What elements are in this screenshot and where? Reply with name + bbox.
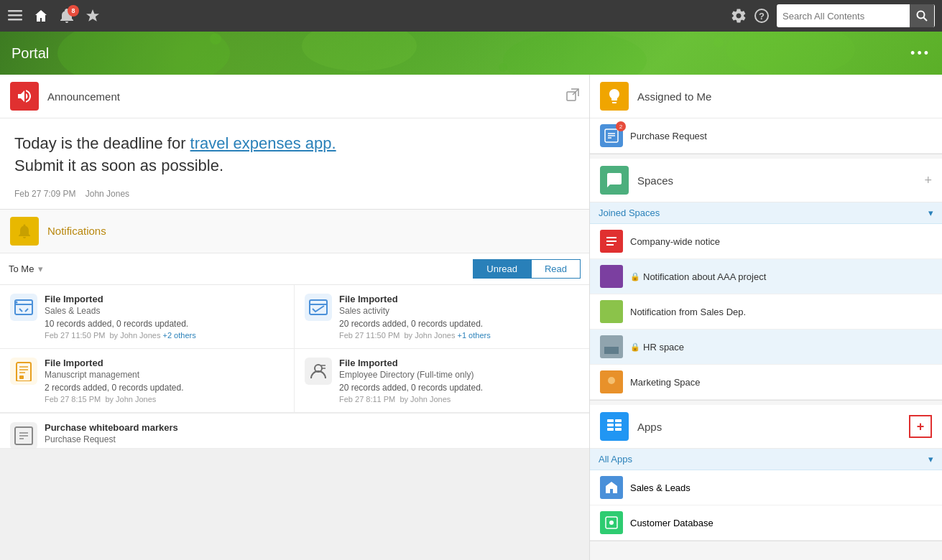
all-apps-dropdown[interactable]: All Apps ▾ bbox=[590, 449, 942, 470]
app-label: Sales & Leads bbox=[630, 482, 691, 493]
announcement-title: Announcement bbox=[47, 90, 566, 103]
space-thumb bbox=[600, 265, 623, 288]
notif-content: File Imported Employee Directory (Full-t… bbox=[339, 358, 579, 403]
space-thumb bbox=[600, 230, 623, 253]
portal-more-button[interactable]: ••• bbox=[910, 46, 931, 61]
app-item[interactable]: Customer Database bbox=[590, 505, 942, 541]
apps-icon bbox=[600, 412, 629, 441]
notification-item[interactable]: File Imported Sales & Leads 10 records a… bbox=[0, 285, 295, 349]
svg-point-20 bbox=[16, 301, 18, 303]
nav-left: 8 bbox=[7, 8, 101, 24]
notifications-icon[interactable]: 8 bbox=[59, 8, 75, 24]
notification-item-bottom[interactable]: Purchase whiteboard markers Purchase Req… bbox=[0, 413, 589, 449]
notif-content: Purchase whiteboard markers Purchase Req… bbox=[45, 422, 579, 439]
announcement-link[interactable]: travel expenses app. bbox=[190, 134, 336, 152]
svg-rect-47 bbox=[615, 419, 622, 422]
notif-item-title: File Imported bbox=[339, 294, 579, 304]
help-icon[interactable]: ? bbox=[754, 8, 770, 24]
announcement-date: Feb 27 7:09 PM bbox=[14, 189, 75, 199]
read-filter-button[interactable]: Read bbox=[531, 259, 581, 279]
space-item[interactable]: 🔒 Notification about AAA project bbox=[590, 259, 942, 294]
notif-app-icon bbox=[10, 358, 37, 385]
notifications-grid: File Imported Sales & Leads 10 records a… bbox=[0, 285, 589, 413]
apps-header: Apps + bbox=[590, 405, 942, 449]
announcement-line1: Today is the deadline for bbox=[14, 134, 190, 152]
svg-rect-0 bbox=[8, 10, 22, 12]
space-thumb bbox=[600, 370, 623, 393]
space-item[interactable]: Marketing Space bbox=[590, 365, 942, 400]
search-input[interactable] bbox=[777, 7, 910, 25]
main-layout: Announcement Today is the deadline for t… bbox=[0, 75, 942, 560]
spaces-add-icon[interactable]: + bbox=[924, 173, 932, 188]
svg-rect-43 bbox=[604, 347, 619, 354]
space-thumb bbox=[600, 300, 623, 323]
notifications-title: Notifications bbox=[47, 225, 579, 237]
space-item[interactable]: 🔒 HR space bbox=[590, 330, 942, 365]
notif-item-meta: Feb 27 8:11 PM by John Jones bbox=[339, 395, 579, 403]
settings-icon[interactable] bbox=[731, 8, 747, 24]
svg-point-5 bbox=[918, 11, 925, 19]
spaces-dropdown[interactable]: Joined Spaces ▾ bbox=[590, 202, 942, 224]
unread-filter-button[interactable]: Unread bbox=[473, 259, 531, 279]
filter-left[interactable]: To Me ▾ bbox=[9, 263, 473, 274]
announcement-card: Announcement Today is the deadline for t… bbox=[0, 75, 589, 210]
purchase-request-label: Purchase Request bbox=[630, 131, 707, 141]
assigned-to-me-widget: Assigned to Me 2 Purchase Request bbox=[590, 75, 942, 154]
svg-point-13 bbox=[714, 37, 724, 47]
notif-content: File Imported Sales & Leads 10 records a… bbox=[45, 294, 284, 340]
filter-chevron-icon: ▾ bbox=[38, 263, 43, 274]
svg-point-53 bbox=[609, 521, 614, 525]
notif-item-title: Purchase whiteboard markers bbox=[45, 422, 579, 433]
home-icon[interactable] bbox=[33, 8, 49, 24]
notif-item-meta: Feb 27 11:50 PM by John Jones +2 others bbox=[45, 331, 284, 340]
portal-title: Portal bbox=[11, 45, 49, 62]
notif-content: File Imported Sales activity 20 records … bbox=[339, 294, 579, 340]
app-label: Customer Database bbox=[630, 518, 714, 528]
space-item[interactable]: Company-wide notice bbox=[590, 224, 942, 259]
svg-line-19 bbox=[25, 309, 28, 312]
space-item-label: HR space bbox=[643, 342, 684, 353]
announcement-header: Announcement bbox=[0, 75, 589, 118]
menu-icon[interactable] bbox=[7, 8, 23, 24]
app-item[interactable]: Sales & Leads bbox=[590, 470, 942, 505]
top-nav: 8 ? bbox=[0, 0, 942, 32]
svg-point-9 bbox=[503, 32, 647, 75]
lock-icon: 🔒 bbox=[630, 272, 640, 281]
notif-item-sub: Sales & Leads bbox=[45, 306, 284, 316]
svg-rect-41 bbox=[604, 304, 619, 319]
assigned-to-me-icon bbox=[600, 82, 629, 111]
apps-add-icon: + bbox=[917, 419, 925, 434]
apps-title: Apps bbox=[637, 421, 909, 433]
notification-item[interactable]: File Imported Employee Directory (Full-t… bbox=[295, 349, 589, 413]
right-panel: Assigned to Me 2 Purchase Request Spaces… bbox=[590, 75, 942, 560]
lock-icon: 🔒 bbox=[630, 342, 640, 352]
svg-rect-16 bbox=[15, 300, 32, 314]
svg-rect-40 bbox=[604, 269, 619, 284]
left-panel: Announcement Today is the deadline for t… bbox=[0, 75, 590, 560]
portal-header: Portal ••• bbox=[0, 32, 942, 75]
favorites-icon[interactable] bbox=[85, 8, 101, 24]
external-link-icon[interactable] bbox=[566, 88, 579, 104]
spaces-title: Spaces bbox=[637, 174, 924, 187]
space-item[interactable]: Notification from Sales Dep. bbox=[590, 294, 942, 330]
svg-rect-46 bbox=[607, 419, 614, 422]
all-apps-label: All Apps bbox=[599, 454, 928, 465]
notification-item[interactable]: File Imported Sales activity 20 records … bbox=[295, 285, 589, 349]
search-button[interactable] bbox=[910, 4, 934, 27]
search-box bbox=[777, 4, 935, 27]
notification-item[interactable]: File Imported Manuscript management 2 re… bbox=[0, 349, 295, 413]
apps-add-button[interactable]: + bbox=[909, 415, 932, 438]
svg-point-45 bbox=[608, 377, 615, 384]
notif-more: +2 others bbox=[163, 331, 196, 340]
notif-item-sub: Purchase Request bbox=[45, 434, 579, 444]
notif-item-detail: 20 records added, 0 records updated. bbox=[339, 319, 579, 329]
spaces-icon bbox=[600, 166, 629, 195]
notif-item-detail: 20 records added, 0 records updated. bbox=[339, 383, 579, 393]
announcement-author: John Jones bbox=[86, 189, 129, 199]
svg-line-6 bbox=[924, 18, 928, 22]
notif-item-meta: Feb 27 11:50 PM by John Jones +1 others bbox=[339, 331, 579, 340]
space-item-label: Notification about AAA project bbox=[643, 271, 766, 282]
notif-item-meta: Feb 27 8:15 PM by John Jones bbox=[45, 395, 284, 403]
purchase-request-item[interactable]: 2 Purchase Request bbox=[590, 118, 942, 154]
spaces-dropdown-chevron-icon: ▾ bbox=[928, 207, 933, 218]
